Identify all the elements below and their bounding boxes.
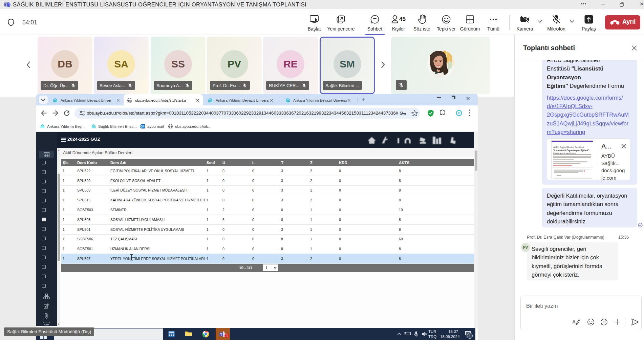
svg-text:ATF: ATF	[44, 323, 49, 326]
svg-text:45: 45	[399, 16, 406, 22]
svg-text:A: A	[572, 319, 576, 324]
